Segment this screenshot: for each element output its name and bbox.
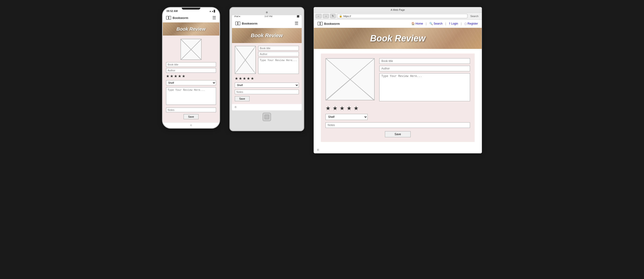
lock-icon: 🔒: [339, 14, 342, 18]
browser-refresh-button[interactable]: ↻: [330, 14, 336, 18]
phone-book-title-input[interactable]: [166, 62, 216, 67]
browser-form-row: [326, 58, 470, 102]
phone-navbar: Bookworm ☰: [163, 13, 219, 22]
tablet-book-title-input[interactable]: [258, 46, 299, 50]
browser-book-title-input[interactable]: [379, 58, 470, 64]
tablet-right-col: [258, 46, 299, 76]
browser-search-button[interactable]: Search: [469, 14, 480, 18]
browser-star-2[interactable]: ★: [332, 105, 338, 112]
phone-star-3[interactable]: ★: [174, 74, 177, 78]
phone-notes-input[interactable]: [166, 108, 216, 112]
browser-nav-links: 🏠 Home | 🔍 Search | † Login | ◌ Register: [411, 22, 478, 25]
phone-hamburger-icon[interactable]: ☰: [212, 15, 216, 20]
svg-rect-7: [238, 22, 240, 25]
tablet-device: iPad ♦ 3:47 PM ⬛ Bookworm ☰ Book Review: [230, 7, 304, 131]
tablet-author-input[interactable]: [258, 52, 299, 56]
browser-author-input[interactable]: [379, 66, 470, 71]
tablet-shelf-select[interactable]: Shelf To Read Reading Read: [235, 82, 299, 88]
browser-book-image: [326, 58, 374, 100]
phone-star-5[interactable]: ★: [182, 74, 185, 78]
tablet-hero: Book Review: [232, 28, 302, 43]
browser-form-area: ★ ★ ★ ★ ★ Shelf To Read Reading Read Sav…: [321, 54, 475, 142]
browser-forward-button[interactable]: →: [323, 14, 329, 18]
tablet-star-5[interactable]: ★: [251, 76, 254, 81]
browser-logo: Bookworm: [318, 22, 340, 26]
phone-status-icons: ▲▲▊: [209, 10, 216, 12]
browser-star-1[interactable]: ★: [326, 105, 331, 112]
svg-rect-5: [181, 39, 201, 60]
browser-review-textarea[interactable]: [379, 73, 470, 101]
mobile-phone: 09:52 AM ▲▲▊ Bookworm ☰ Book Review: [162, 7, 220, 129]
svg-rect-17: [326, 58, 374, 100]
phone-save-button[interactable]: Save: [184, 114, 198, 119]
browser-home-link[interactable]: 🏠 Home: [411, 22, 423, 25]
tablet-book-image: [235, 46, 256, 74]
tablet-status-time: 3:47 PM: [264, 15, 272, 18]
tablet-image-x: [235, 46, 256, 74]
tablet-navbar: Bookworm ☰: [232, 19, 302, 28]
phone-hero-title: Book Review: [176, 26, 206, 32]
tablet-form-area: ★ ★ ★ ★ ★ Shelf To Read Reading Read Sav…: [232, 43, 302, 104]
tablet-form-row: [235, 46, 299, 76]
phone-hero: Book Review: [163, 22, 219, 36]
tablet-screen: iPad ♦ 3:47 PM ⬛ Bookworm ☰ Book Review: [232, 15, 302, 110]
phone-review-textarea[interactable]: [166, 87, 216, 105]
browser-title-text: A Web Page: [391, 8, 405, 11]
phone-star-4[interactable]: ★: [178, 74, 181, 78]
phone-star-2[interactable]: ★: [170, 74, 173, 78]
browser-site-nav: Bookworm 🏠 Home | 🔍 Search | † Login | ◌…: [314, 20, 482, 28]
tablet-review-textarea[interactable]: [258, 58, 299, 74]
tablet-star-3[interactable]: ★: [243, 76, 246, 81]
phone-time: 09:52 AM: [166, 10, 178, 12]
browser-back-button[interactable]: ←: [316, 14, 322, 18]
phone-author-input[interactable]: [166, 68, 216, 73]
phone-stars-row: ★ ★ ★ ★ ★: [166, 74, 216, 78]
tablet-save-button[interactable]: Save: [235, 96, 250, 101]
svg-line-15: [326, 58, 374, 100]
tablet-star-2[interactable]: ★: [239, 76, 242, 81]
phone-book-image: [180, 39, 202, 60]
browser-search-link[interactable]: 🔍 Search: [429, 22, 442, 25]
browser-stars-row: ★ ★ ★ ★ ★: [326, 105, 470, 112]
tablet-camera: [266, 12, 268, 13]
tablet-status-left: iPad ♦: [234, 15, 240, 18]
tablet-star-1[interactable]: ★: [235, 76, 238, 81]
browser-notes-input[interactable]: [326, 122, 470, 128]
browser-book-icon: [318, 22, 323, 26]
browser-shelf-row: Shelf To Read Reading Read: [326, 114, 470, 120]
phone-copyright: ©: [190, 124, 192, 126]
phone-logo: Bookworm: [166, 16, 188, 20]
browser-shelf-select[interactable]: Shelf To Read Reading Read: [326, 114, 368, 120]
tablet-book-icon: [235, 21, 240, 26]
svg-line-4: [181, 39, 201, 60]
browser-register-link[interactable]: ◌ Register: [464, 22, 478, 25]
tablet-home-inner: [264, 114, 269, 119]
phone-shelf-select[interactable]: Shelf To Read Reading Read: [166, 80, 216, 85]
browser-star-5[interactable]: ★: [354, 105, 359, 112]
tablet-star-4[interactable]: ★: [247, 76, 250, 81]
phone-star-1[interactable]: ★: [166, 74, 169, 78]
browser-image-x: [326, 58, 374, 100]
tablet-logo: Bookworm: [235, 21, 258, 26]
tablet-hamburger-icon[interactable]: ☰: [295, 21, 298, 26]
book-icon: [166, 16, 171, 20]
browser-url-bar[interactable]: 🔒 https://: [337, 14, 468, 18]
tablet-copyright: ©: [235, 106, 236, 108]
browser-hero-title: Book Review: [370, 34, 426, 44]
phone-image-x: [181, 39, 201, 60]
tablet-hero-title: Book Review: [251, 32, 283, 38]
tablet-notes-input[interactable]: [235, 90, 299, 94]
browser-save-button[interactable]: Save: [385, 131, 410, 137]
browser-right-col: [379, 58, 470, 102]
browser-app-name: Bookworm: [324, 22, 340, 26]
tablet-home-button[interactable]: [262, 113, 271, 121]
svg-line-10: [235, 46, 256, 74]
svg-rect-6: [236, 22, 238, 25]
tablet-status-right: ⬛: [297, 15, 299, 18]
svg-rect-11: [235, 46, 256, 74]
browser-title-bar: A Web Page: [314, 7, 482, 13]
browser-star-4[interactable]: ★: [346, 105, 352, 112]
browser-star-3[interactable]: ★: [340, 105, 345, 112]
browser-login-link[interactable]: † Login: [449, 22, 458, 25]
tablet-app-name: Bookworm: [242, 22, 258, 25]
